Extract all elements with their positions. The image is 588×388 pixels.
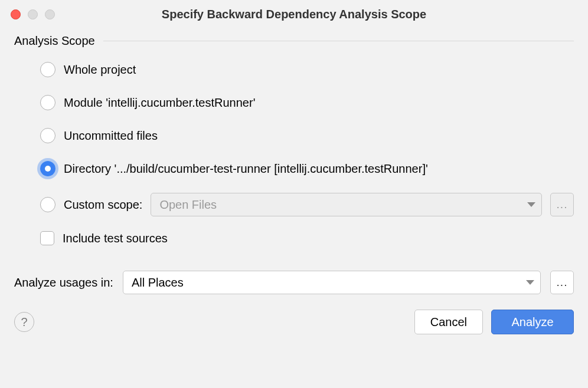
analyze-usages-label: Analyze usages in: (14, 276, 113, 290)
scope-options: Whole project Module 'intellij.cucumber.… (14, 61, 574, 247)
dialog-content: Analysis Scope Whole project Module 'int… (0, 28, 588, 345)
checkbox-include-test[interactable] (40, 231, 54, 245)
chevron-down-icon (527, 202, 535, 207)
help-button[interactable]: ? (14, 312, 34, 332)
label-include-test: Include test sources (63, 232, 168, 245)
option-whole-project[interactable]: Whole project (40, 61, 574, 78)
custom-scope-dropdown[interactable]: Open Files (151, 193, 542, 216)
analyze-button[interactable]: Analyze (491, 310, 574, 334)
dialog-button-row: ? Cancel Analyze (14, 310, 574, 334)
label-uncommitted: Uncommitted files (64, 129, 158, 143)
close-window-button[interactable] (11, 9, 21, 19)
analyze-usages-value: All Places (132, 276, 184, 290)
option-custom-scope[interactable]: Custom scope: Open Files ... (40, 193, 574, 216)
analyze-usages-row: Analyze usages in: All Places ... (14, 271, 574, 294)
cancel-button[interactable]: Cancel (414, 310, 483, 334)
label-custom-scope: Custom scope: (64, 198, 142, 212)
radio-directory[interactable] (40, 161, 55, 176)
maximize-window-button[interactable] (45, 9, 55, 19)
section-divider (103, 41, 574, 41)
window-title: Specify Backward Dependency Analysis Sco… (11, 8, 577, 21)
radio-whole-project[interactable] (40, 62, 55, 77)
analyze-usages-browse-button[interactable]: ... (550, 271, 574, 294)
window-controls (11, 9, 55, 19)
action-buttons: Cancel Analyze (414, 310, 574, 334)
label-whole-project: Whole project (64, 63, 136, 77)
label-module: Module 'intellij.cucumber.testRunner' (64, 96, 255, 110)
option-directory[interactable]: Directory '.../build/cucumber-test-runne… (40, 160, 574, 177)
minimize-window-button[interactable] (28, 9, 38, 19)
option-module[interactable]: Module 'intellij.cucumber.testRunner' (40, 94, 574, 111)
analyze-usages-dropdown[interactable]: All Places (123, 271, 541, 294)
chevron-down-icon (526, 280, 534, 285)
label-directory: Directory '.../build/cucumber-test-runne… (64, 162, 428, 176)
option-uncommitted[interactable]: Uncommitted files (40, 127, 574, 144)
section-title: Analysis Scope (14, 34, 95, 48)
titlebar: Specify Backward Dependency Analysis Sco… (0, 0, 588, 28)
section-header: Analysis Scope (14, 34, 574, 48)
radio-module[interactable] (40, 95, 55, 110)
option-include-test-sources[interactable]: Include test sources (40, 229, 574, 247)
custom-scope-browse-button[interactable]: ... (550, 193, 574, 216)
radio-custom-scope[interactable] (40, 197, 55, 212)
custom-scope-value: Open Files (159, 198, 217, 212)
radio-uncommitted[interactable] (40, 128, 55, 143)
